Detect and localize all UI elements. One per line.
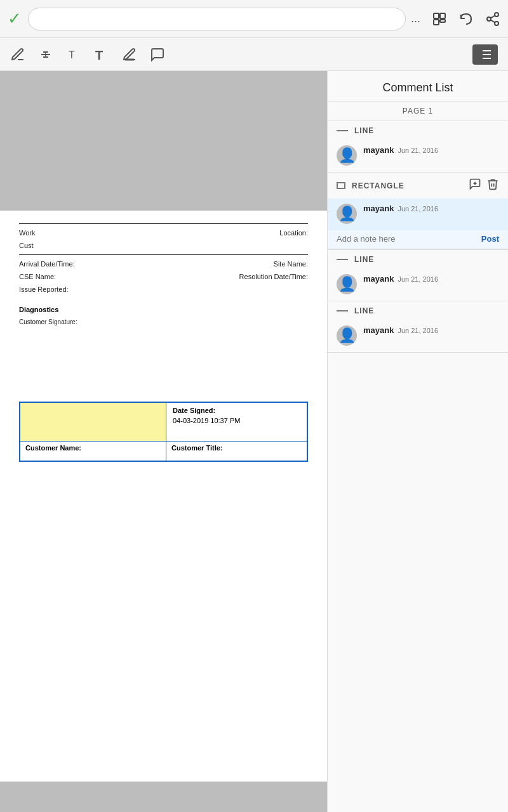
avatar-icon-0-0: 👤 xyxy=(338,147,356,164)
line-icon-2 xyxy=(337,259,348,260)
delete-annotation-button[interactable] xyxy=(486,178,499,193)
comment-section-1: RECTANGLE xyxy=(328,173,508,250)
annotation-type-1: RECTANGLE xyxy=(352,181,404,190)
comment-panel-title: Comment List xyxy=(328,71,508,102)
signature-section: Date Signed: 04-03-2019 10:37 PM Custome… xyxy=(19,402,308,462)
rect-icon-1 xyxy=(337,182,345,189)
annotation-row-0: LINE xyxy=(328,121,508,140)
comment-section-0: LINE 👤 mayank Jun 21, 2016 xyxy=(328,121,508,173)
share-button[interactable] xyxy=(485,11,500,27)
avatar-0-0: 👤 xyxy=(337,145,357,166)
comment-entry-0-0: 👤 mayank Jun 21, 2016 xyxy=(328,140,508,172)
undo-button[interactable] xyxy=(458,11,474,27)
doc-divider-2 xyxy=(19,254,308,255)
svg-point-6 xyxy=(495,22,498,25)
layout-icon-button[interactable] xyxy=(432,11,447,27)
svg-text:T: T xyxy=(95,48,103,62)
comment-entry-2-0: 👤 mayank Jun 21, 2016 xyxy=(328,269,508,301)
resolution-label: Resolution Date/Time: xyxy=(239,273,308,280)
customer-name-label: Customer Name: xyxy=(20,442,166,461)
cust-row: Cust xyxy=(19,242,308,249)
list-tool-button[interactable] xyxy=(472,44,498,65)
comment-section-3: LINE 👤 mayank Jun 21, 2016 xyxy=(328,301,508,353)
dots-label: ... xyxy=(411,12,420,25)
svg-rect-2 xyxy=(434,20,439,25)
signature-date-box: Date Signed: 04-03-2019 10:37 PM xyxy=(166,403,307,441)
search-input[interactable] xyxy=(28,8,406,30)
avatar-icon-1-0: 👤 xyxy=(338,206,356,222)
comment-section-2: LINE 👤 mayank Jun 21, 2016 xyxy=(328,250,508,301)
add-comment-action-button[interactable] xyxy=(469,178,481,193)
diagnostics-label: Diagnostics xyxy=(19,306,308,313)
comment-entry-1-0: 👤 mayank Jun 21, 2016 xyxy=(328,199,508,230)
comment-meta-3-0: mayank Jun 21, 2016 xyxy=(363,325,438,335)
check-button[interactable]: ✓ xyxy=(8,9,22,29)
annotation-type-3: LINE xyxy=(354,306,374,315)
signature-box-row: Date Signed: 04-03-2019 10:37 PM xyxy=(20,403,307,442)
text-small-tool-button[interactable]: T xyxy=(66,47,81,62)
annotation-actions-1 xyxy=(469,178,499,193)
arrival-site-row: Arrival Date/Time: Site Name: xyxy=(19,260,308,268)
header-icons xyxy=(432,11,500,27)
doc-content: Work Location: Cust Arrival Date/Time: S… xyxy=(0,211,327,782)
comment-date-3-0: Jun 21, 2016 xyxy=(398,327,438,334)
cse-resolution-row: CSE Name: Resolution Date/Time: xyxy=(19,273,308,280)
date-signed-label: Date Signed: xyxy=(173,407,300,414)
comment-panel: Comment List PAGE 1 LINE 👤 mayank Jun 21… xyxy=(327,71,508,812)
header: ✓ ... xyxy=(0,0,508,38)
work-location-row: Work Location: xyxy=(19,229,308,237)
post-button[interactable]: Post xyxy=(481,234,499,244)
cse-name-label: CSE Name: xyxy=(19,273,56,280)
svg-text:T: T xyxy=(69,49,75,60)
avatar-3-0: 👤 xyxy=(337,325,357,346)
arrival-label: Arrival Date/Time: xyxy=(19,260,75,268)
issue-label: Issue Reported: xyxy=(19,285,69,293)
comment-entry-3-0: 👤 mayank Jun 21, 2016 xyxy=(328,320,508,352)
line-icon-0 xyxy=(337,130,348,131)
comment-date-2-0: Jun 21, 2016 xyxy=(398,275,438,283)
annotation-row-2: LINE xyxy=(328,250,508,269)
svg-rect-0 xyxy=(434,13,439,18)
annotation-row-3: LINE xyxy=(328,301,508,320)
svg-point-5 xyxy=(487,17,491,21)
comment-meta-0-0: mayank Jun 21, 2016 xyxy=(363,145,438,155)
annotation-type-0: LINE xyxy=(354,126,374,135)
location-label: Location: xyxy=(279,229,308,237)
avatar-icon-3-0: 👤 xyxy=(338,327,356,344)
svg-point-4 xyxy=(495,13,498,16)
signature-yellow-box xyxy=(20,403,166,441)
comment-meta-2-0: mayank Jun 21, 2016 xyxy=(363,274,438,284)
issue-row: Issue Reported: xyxy=(19,285,308,293)
comment-user-0-0: mayank xyxy=(363,145,394,155)
annotation-type-2: LINE xyxy=(354,255,374,264)
pen-tool-button[interactable] xyxy=(10,47,25,62)
signature-name-row: Customer Name: Customer Title: xyxy=(20,442,307,461)
svg-line-8 xyxy=(491,15,495,18)
cust-label: Cust xyxy=(19,242,34,249)
svg-rect-3 xyxy=(440,20,445,22)
text-large-tool-button[interactable]: T xyxy=(94,47,109,62)
highlight-tool-button[interactable] xyxy=(122,47,137,62)
doc-divider-top xyxy=(19,223,308,224)
toolbar: T T T xyxy=(0,38,508,71)
avatar-icon-2-0: 👤 xyxy=(338,276,356,292)
line-icon-3 xyxy=(337,310,348,311)
strikethrough-tool-button[interactable]: T xyxy=(38,47,53,62)
main-area: Work Location: Cust Arrival Date/Time: S… xyxy=(0,71,508,812)
comment-meta-1-0: mayank Jun 21, 2016 xyxy=(363,204,438,213)
comment-date-1-0: Jun 21, 2016 xyxy=(398,205,438,213)
site-name-label: Site Name: xyxy=(274,260,308,268)
note-input[interactable] xyxy=(337,234,476,244)
doc-page-top xyxy=(0,71,327,211)
date-signed-value: 04-03-2019 10:37 PM xyxy=(173,417,300,424)
signature-section-label: Customer Signature: xyxy=(19,318,308,325)
doc-page-bottom xyxy=(0,782,327,812)
comment-tool-button[interactable] xyxy=(150,47,165,62)
svg-text:T: T xyxy=(43,51,48,60)
work-label: Work xyxy=(19,229,35,237)
avatar-2-0: 👤 xyxy=(337,274,357,294)
comment-user-1-0: mayank xyxy=(363,204,394,213)
comment-date-0-0: Jun 21, 2016 xyxy=(398,147,438,154)
avatar-1-0: 👤 xyxy=(337,204,357,224)
note-input-row: Post xyxy=(328,230,508,249)
